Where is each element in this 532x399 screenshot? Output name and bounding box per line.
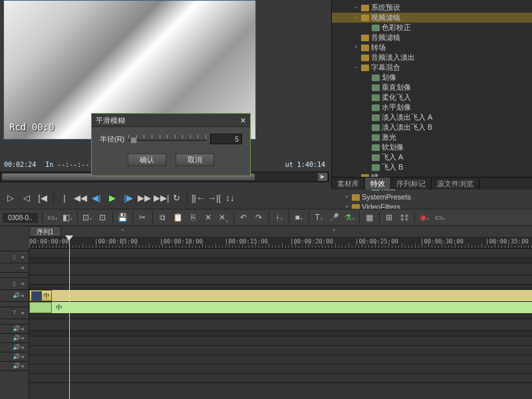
tree-toggle-icon[interactable]: − bbox=[353, 63, 359, 72]
tree-item-淡入淡出飞入 A[interactable]: 淡入淡出飞入 A bbox=[332, 112, 532, 122]
track-a2[interactable] bbox=[29, 336, 532, 346]
sequence-tab[interactable]: 序列1 bbox=[29, 226, 61, 237]
track-v2[interactable] bbox=[29, 263, 532, 275]
mark-in-button[interactable]: ]|← bbox=[192, 192, 205, 205]
mark-out-button[interactable]: →|[ bbox=[207, 192, 221, 205]
tree-toggle-icon[interactable]: − bbox=[353, 13, 359, 23]
tree-item-飞入 B[interactable]: 飞入 B bbox=[332, 162, 532, 172]
prev-edit-button[interactable]: [◀ bbox=[36, 192, 49, 205]
tree-item-淡入淡出飞入 B[interactable]: 淡入淡出飞入 B bbox=[332, 122, 532, 132]
paste-icon[interactable]: 📋 bbox=[172, 212, 184, 223]
delete-icon[interactable]: ✕ bbox=[203, 212, 214, 223]
effects-tab-0[interactable]: 素材库 bbox=[332, 178, 365, 190]
tree-item-字幕混合[interactable]: −字幕混合 bbox=[332, 63, 532, 72]
tree-item-垂直划像[interactable]: 垂直划像 bbox=[332, 82, 532, 92]
expand-button[interactable]: ↕↓ bbox=[223, 192, 237, 205]
rewind-button[interactable]: ◀◀ bbox=[74, 192, 87, 205]
razor-icon[interactable]: ⟊▾ bbox=[273, 212, 285, 223]
redo-icon[interactable]: ↷ bbox=[253, 212, 265, 223]
tree-toggle-icon[interactable]: + bbox=[344, 192, 350, 202]
close-icon[interactable]: ✕ bbox=[240, 114, 246, 126]
tree-item-飞入 A[interactable]: 飞入 A bbox=[332, 152, 532, 162]
track-head-v1[interactable]: ▯◂ bbox=[0, 278, 29, 290]
tree-item-软划像[interactable]: 软划像 bbox=[332, 142, 532, 152]
track-t2[interactable] bbox=[29, 249, 532, 258]
camera-icon[interactable]: ■▾ bbox=[293, 212, 305, 223]
fast-forward-button[interactable]: ▶▶ bbox=[138, 192, 151, 205]
adjust-icon[interactable]: ‡‡ bbox=[399, 212, 410, 223]
ok-button[interactable]: 确认 bbox=[128, 154, 166, 166]
time-ruler[interactable]: 00:00:00:00|00:00:05:00|00:00:10:00|00:0… bbox=[29, 237, 532, 249]
paste-insert-icon[interactable]: ⎘ bbox=[188, 212, 199, 223]
record-icon[interactable]: ◉▾ bbox=[419, 212, 430, 223]
tree-item-视频滤镜[interactable]: −视频滤镜 bbox=[332, 13, 532, 23]
step-back-button[interactable]: ◀| bbox=[90, 192, 103, 205]
radius-slider[interactable] bbox=[128, 134, 206, 144]
step-forward-button[interactable]: |▶ bbox=[122, 192, 135, 205]
cut-icon[interactable]: ✂ bbox=[137, 212, 148, 223]
text-tool-icon[interactable]: T▾ bbox=[313, 212, 325, 223]
tree-item-音频滤镜[interactable]: 音频滤镜 bbox=[332, 33, 532, 43]
timeline-tracks[interactable]: 00:00:00:00|00:00:05:00|00:00:10:00|00:0… bbox=[29, 237, 532, 399]
tree-item-色彩校正[interactable]: 色彩校正 bbox=[332, 23, 532, 33]
audio-clip[interactable] bbox=[29, 302, 52, 313]
effects-tab-2[interactable]: 序列标记 bbox=[391, 178, 432, 190]
effects-tab-1[interactable]: 特效 bbox=[365, 178, 391, 190]
more-icon[interactable]: ▭▾ bbox=[434, 212, 446, 223]
dialog-titlebar[interactable]: 平滑模糊 ✕ bbox=[92, 114, 250, 127]
play-button[interactable]: ▶ bbox=[106, 192, 119, 205]
track-head-a5[interactable]: 🔊◂ bbox=[0, 352, 29, 362]
track-a3[interactable] bbox=[29, 346, 532, 355]
set-in-button[interactable]: ▷ bbox=[4, 192, 17, 205]
slider-icon[interactable]: ⊞ bbox=[384, 212, 395, 223]
track-head-a6[interactable]: 🔊◂ bbox=[0, 362, 29, 371]
end-button[interactable]: ▶▶| bbox=[154, 192, 167, 205]
mic-icon[interactable]: 🎤▾ bbox=[329, 212, 340, 223]
tree-item-划像[interactable]: 划像 bbox=[332, 72, 532, 82]
home-button[interactable]: |◀◀ bbox=[58, 192, 71, 205]
effects-tab-3[interactable]: 源文件浏览 bbox=[432, 178, 479, 190]
track-head-v2[interactable]: ▯◂ bbox=[0, 251, 29, 263]
tree-toggle-icon[interactable]: − bbox=[353, 3, 359, 13]
tree-item-转场[interactable]: +转场 bbox=[332, 43, 532, 53]
scroll-right-icon[interactable]: ▶ bbox=[318, 173, 327, 181]
track-a1[interactable]: 中 bbox=[29, 302, 532, 314]
track-head-a2[interactable]: 🔊◂ bbox=[0, 325, 29, 334]
ripple-delete-icon[interactable]: ✕+ bbox=[218, 212, 229, 223]
loop-button[interactable]: ↻ bbox=[170, 192, 183, 205]
track-t1[interactable] bbox=[29, 319, 532, 331]
tree-item-SystemPresets[interactable]: +SystemPresets bbox=[332, 192, 532, 202]
video-clip[interactable]: 中 bbox=[29, 290, 52, 301]
tree-item-音频淡入淡出[interactable]: 音频淡入淡出 bbox=[332, 53, 532, 63]
fx-icon[interactable]: ⚗▾ bbox=[344, 212, 355, 223]
project-tab[interactable]: 0308-0.. bbox=[3, 213, 38, 223]
track-head-a4[interactable]: 🔊◂ bbox=[0, 343, 29, 352]
gap-tool-icon[interactable]: ⊡▾ bbox=[82, 212, 93, 223]
set-out-button[interactable]: ◁ bbox=[20, 192, 33, 205]
track-v2-fx[interactable] bbox=[29, 275, 532, 285]
tree-toggle-icon[interactable]: + bbox=[353, 43, 359, 53]
tree-item-水平划像[interactable]: 水平划像 bbox=[332, 102, 532, 112]
cancel-button[interactable]: 取消 bbox=[176, 154, 214, 166]
copy-icon[interactable]: ⧉ bbox=[157, 212, 168, 223]
tree-item-激光[interactable]: 激光 bbox=[332, 132, 532, 142]
marker-tool-icon[interactable]: ◧▾ bbox=[62, 212, 73, 223]
track-a4[interactable] bbox=[29, 355, 532, 364]
open-tool-icon[interactable]: ⊡ bbox=[97, 212, 108, 223]
select-tool-icon[interactable]: ▭▾ bbox=[47, 212, 58, 223]
grid-icon[interactable]: ▦ bbox=[364, 212, 375, 223]
track-a5[interactable] bbox=[29, 364, 532, 374]
track-head-v2b[interactable]: ◂ bbox=[0, 263, 29, 273]
track-head-t1[interactable]: T◂ bbox=[0, 307, 29, 319]
slider-thumb[interactable] bbox=[130, 137, 137, 144]
track-v1[interactable]: 中 bbox=[29, 290, 532, 302]
track-head-a3[interactable]: 🔊◂ bbox=[0, 334, 29, 343]
playhead[interactable] bbox=[69, 237, 70, 399]
undo-icon[interactable]: ↶ bbox=[238, 212, 249, 223]
radius-input[interactable] bbox=[210, 134, 242, 144]
tree-item-系统预设[interactable]: −系统预设 bbox=[332, 3, 532, 13]
track-a6[interactable] bbox=[29, 374, 532, 383]
save-icon[interactable]: 💾▾ bbox=[117, 212, 128, 223]
track-head-a1[interactable]: 🔊◂ bbox=[0, 290, 29, 302]
tree-item-柔化飞入[interactable]: 柔化飞入 bbox=[332, 92, 532, 102]
